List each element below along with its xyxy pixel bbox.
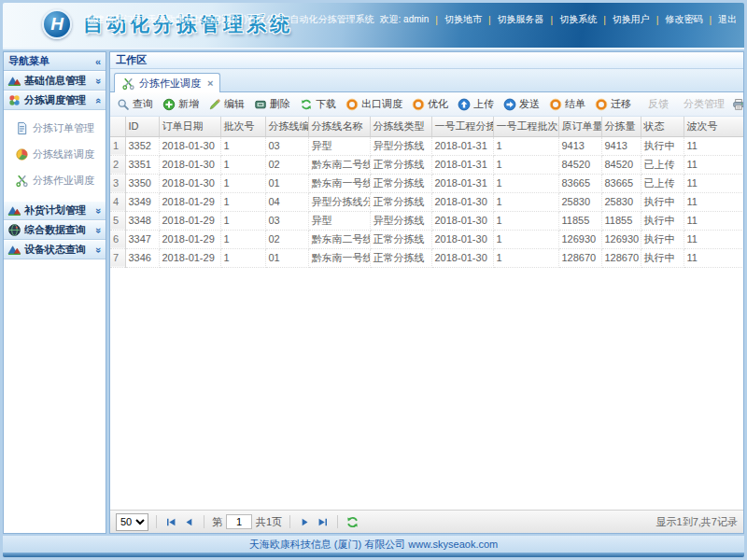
sidebar-group-label: 基础信息管理 bbox=[24, 74, 86, 88]
table-cell: 02 bbox=[265, 155, 308, 174]
column-header[interactable]: 状态 bbox=[641, 117, 684, 136]
button-label: 优化 bbox=[428, 97, 448, 111]
table-cell: 1 bbox=[493, 174, 558, 192]
column-header[interactable]: 一号工程批次号 bbox=[493, 117, 558, 136]
chevron-down-icon: » bbox=[93, 77, 105, 83]
button-label: 发送 bbox=[519, 97, 540, 111]
column-header[interactable]: 订单日期 bbox=[159, 117, 220, 136]
table-cell: 02 bbox=[265, 230, 308, 248]
table-row[interactable]: 733462018-01-29101黔东南一号线正常分拣线2018-01-301… bbox=[110, 248, 743, 267]
send-icon bbox=[503, 98, 516, 111]
last-page-button[interactable] bbox=[316, 515, 330, 529]
row-number: 7 bbox=[110, 248, 125, 267]
top-link-switch-system[interactable]: 切换系统 bbox=[559, 13, 597, 26]
table-cell: 11 bbox=[684, 230, 743, 248]
table-cell: 1 bbox=[493, 248, 558, 267]
button-label: 下载 bbox=[316, 97, 336, 111]
query-button[interactable]: 查询 bbox=[117, 97, 153, 111]
export-dispatch-button[interactable]: 出口调度 bbox=[345, 97, 402, 111]
table-row[interactable]: 533482018-01-29103异型异型分拣线2018-01-3011185… bbox=[110, 211, 743, 230]
close-order-button[interactable]: 结单 bbox=[549, 97, 585, 111]
download-button[interactable]: 下载 bbox=[300, 97, 336, 111]
migrate-button[interactable]: 迁移 bbox=[595, 97, 631, 111]
table-cell: 3346 bbox=[125, 248, 159, 267]
divider: | bbox=[550, 15, 555, 25]
toolbar: 查询新增编辑删除下载出口调度优化上传发送结单迁移反馈分类管理打印?帮助 bbox=[110, 92, 743, 117]
table-cell: 执行中 bbox=[641, 136, 684, 155]
add-button[interactable]: 新增 bbox=[162, 97, 199, 111]
button-label: 分类管理 bbox=[684, 97, 725, 111]
column-header[interactable]: 分拣线类型 bbox=[370, 117, 431, 136]
table-cell: 2018-01-30 bbox=[431, 248, 493, 267]
page-size-select[interactable]: 50 bbox=[116, 513, 148, 531]
print-button[interactable]: 打印 bbox=[732, 97, 743, 111]
table-row[interactable]: 233512018-01-30102黔东南二号线正常分拣线2018-01-311… bbox=[110, 155, 743, 174]
optimize-button[interactable]: 优化 bbox=[412, 97, 448, 111]
table-cell: 1 bbox=[220, 248, 265, 267]
app-header: H 自动化分拣管理系统 福建省厦门市 天海欧康科技信息(厦门)有限公司 自动化分… bbox=[3, 3, 744, 49]
table-cell: 1 bbox=[220, 136, 265, 155]
sidebar-item-sorting-job[interactable]: 分拣作业调度 bbox=[15, 174, 106, 188]
pagination-bar: 50 第 共1页 显示1到7,共7记录 bbox=[110, 510, 743, 533]
column-header[interactable]: 原订单量 bbox=[558, 117, 601, 136]
tab-label: 分拣作业调度 bbox=[139, 77, 201, 91]
table-cell: 126930 bbox=[601, 230, 641, 248]
ring-icon bbox=[549, 98, 562, 111]
column-header[interactable]: 波次号 bbox=[684, 117, 743, 136]
table-cell: 2018-01-31 bbox=[431, 155, 493, 174]
table-row[interactable]: 433492018-01-29104异型分拣线分正常烟正常分拣线2018-01-… bbox=[110, 192, 743, 211]
table-cell: 9413 bbox=[601, 136, 641, 155]
tab-sorting-job[interactable]: 分拣作业调度 × bbox=[114, 73, 220, 92]
sidebar-group-sorting-dispatch[interactable]: 分拣调度管理« bbox=[4, 91, 106, 110]
send-button[interactable]: 发送 bbox=[503, 97, 540, 111]
sidebar-group-base-info[interactable]: 基础信息管理» bbox=[4, 71, 106, 91]
table-cell: 9413 bbox=[558, 136, 601, 155]
table-cell: 126930 bbox=[558, 230, 601, 248]
column-header[interactable]: 分拣量 bbox=[601, 117, 641, 136]
page-number-input[interactable] bbox=[226, 514, 252, 529]
table-cell: 异型分拣线 bbox=[370, 136, 431, 155]
top-link-switch-server[interactable]: 切换服务器 bbox=[498, 13, 544, 26]
edit-button[interactable]: 编辑 bbox=[208, 97, 245, 111]
top-link-change-password[interactable]: 修改密码 bbox=[665, 13, 702, 26]
main-area: 导航菜单 « 基础信息管理»分拣调度管理«分拣订单管理分拣线路调度分拣作业调度补… bbox=[3, 51, 744, 534]
refresh-button[interactable] bbox=[345, 515, 359, 529]
top-link-logout[interactable]: 退出 bbox=[718, 13, 737, 26]
location-text: 福建省厦门市 bbox=[86, 13, 142, 26]
column-header[interactable]: ID bbox=[125, 117, 159, 136]
bottom-bar bbox=[3, 553, 744, 557]
table-cell: 执行中 bbox=[641, 230, 684, 248]
sidebar-group-device-status[interactable]: 设备状态查询» bbox=[4, 240, 106, 259]
company-text: 天海欧康科技信息(厦门)有限公司 bbox=[148, 13, 285, 26]
table-row[interactable]: 333502018-01-30101黔东南一号线正常分拣线2018-01-311… bbox=[110, 174, 743, 192]
table-row[interactable]: 633472018-01-29102黔东南二号线正常分拣线2018-01-301… bbox=[110, 230, 743, 248]
table-cell: 2018-01-29 bbox=[159, 192, 220, 211]
column-header[interactable]: 批次号 bbox=[220, 117, 265, 136]
column-header[interactable]: 一号工程分拣日期 bbox=[431, 117, 493, 136]
sidebar-item-sorting-line[interactable]: 分拣线路调度 bbox=[15, 147, 106, 161]
divider bbox=[337, 515, 338, 528]
collapse-sidebar-icon[interactable]: « bbox=[95, 56, 101, 67]
column-header[interactable]: 分拣线名称 bbox=[308, 117, 370, 136]
sidebar-item-label: 分拣订单管理 bbox=[33, 121, 94, 135]
sidebar-group-replenish-plan[interactable]: 补货计划管理» bbox=[4, 201, 106, 220]
next-page-button[interactable] bbox=[298, 515, 312, 529]
pie-icon bbox=[15, 147, 29, 161]
delete-button[interactable]: 删除 bbox=[254, 97, 290, 111]
top-link-switch-user[interactable]: 切换用户 bbox=[613, 13, 650, 26]
table-row[interactable]: 133522018-01-30103异型异型分拣线2018-01-3119413… bbox=[110, 136, 743, 155]
table-cell: 11 bbox=[684, 192, 743, 211]
table-cell: 2018-01-29 bbox=[159, 230, 220, 248]
tab-close-icon[interactable]: × bbox=[207, 77, 213, 89]
table-cell: 异型分拣线分正常烟 bbox=[308, 192, 370, 211]
table-cell: 2018-01-30 bbox=[159, 155, 220, 174]
column-header[interactable]: 分拣线编码 bbox=[265, 117, 308, 136]
prev-page-button[interactable] bbox=[182, 515, 196, 529]
sidebar-item-sorting-order[interactable]: 分拣订单管理 bbox=[15, 121, 106, 135]
divider: | bbox=[434, 15, 439, 25]
upload-button[interactable]: 上传 bbox=[458, 97, 494, 111]
sidebar-group-data-query[interactable]: 综合数据查询» bbox=[4, 220, 106, 240]
top-link-switch-city[interactable]: 切换地市 bbox=[444, 13, 482, 26]
first-page-button[interactable] bbox=[164, 515, 178, 529]
button-label: 反馈 bbox=[648, 97, 669, 111]
